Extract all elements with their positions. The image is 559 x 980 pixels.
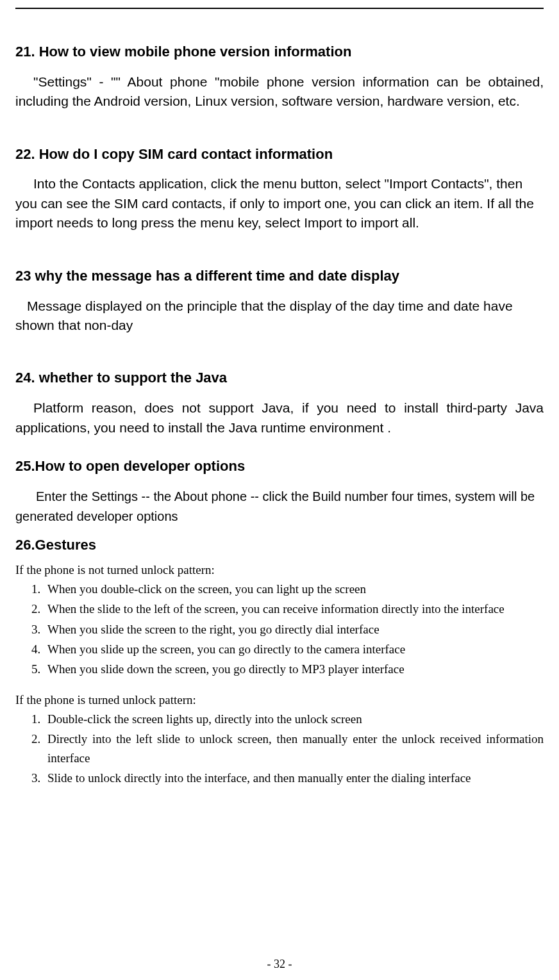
page-number: - 32 - [0, 958, 559, 971]
section-21-body-text: "Settings" - "" About phone "mobile phon… [15, 74, 544, 108]
section-21-body: "Settings" - "" About phone "mobile phon… [15, 72, 544, 111]
gestures-intro-1: If the phone is not turned unlock patter… [15, 563, 544, 577]
section-22-heading: 22. How do I copy SIM card contact infor… [15, 145, 544, 165]
section-23-heading: 23 why the message has a different time … [15, 266, 544, 286]
section-24-heading: 24. whether to support the Java [15, 368, 544, 388]
horizontal-rule [15, 8, 544, 9]
list-item: When you slide up the screen, you can go… [44, 640, 544, 658]
list-item: When you slide the screen to the right, … [44, 620, 544, 639]
section-25-heading: 25.How to open developer options [15, 457, 544, 477]
section-25-body-text: Enter the Settings -- the About phone --… [15, 489, 535, 523]
section-24-body: Platform reason, does not support Java, … [15, 398, 544, 437]
section-26-heading: 26.Gestures [15, 535, 544, 555]
gestures-list-1: When you double-click on the screen, you… [15, 580, 544, 679]
list-item: When the slide to the left of the screen… [44, 600, 544, 618]
section-22-body: Into the Contacts application, click the… [15, 174, 544, 233]
gestures-list-2: Double-click the screen lights up, direc… [15, 710, 544, 788]
list-item: Slide to unlock directly into the interf… [44, 769, 544, 787]
section-24-body-text: Platform reason, does not support Java, … [15, 400, 544, 434]
document-page: 21. How to view mobile phone version inf… [0, 0, 559, 980]
section-21-heading: 21. How to view mobile phone version inf… [15, 42, 544, 62]
list-item: When you double-click on the screen, you… [44, 580, 544, 598]
section-23-body-text: Message displayed on the principle that … [15, 298, 513, 332]
list-item: When you slide down the screen, you go d… [44, 660, 544, 678]
section-25-body: Enter the Settings -- the About phone --… [15, 487, 544, 527]
section-22-body-text: Into the Contacts application, click the… [15, 176, 534, 230]
section-23-body: Message displayed on the principle that … [15, 297, 544, 336]
list-item: Directly into the left slide to unlock s… [44, 730, 544, 767]
gestures-intro-2: If the phone is turned unlock pattern: [15, 693, 544, 707]
list-item: Double-click the screen lights up, direc… [44, 710, 544, 728]
